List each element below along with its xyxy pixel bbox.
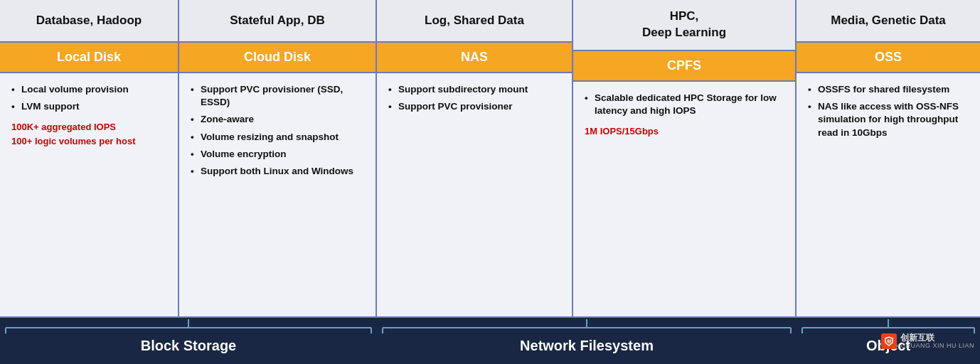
feature-item: Zone-aware (191, 113, 364, 126)
col-cpfs: HPC, Deep Learning CPFS Scalable dedicat… (573, 0, 797, 318)
bracket-row (0, 318, 980, 335)
feature-list-local-disk: Local volume provision LVM support (11, 83, 166, 113)
category-network-filesystem: Network Filesystem (377, 338, 797, 354)
category-object: Object 创 创新互联 CHUANG XIN HU LIAN (797, 338, 980, 354)
product-oss: OSS (797, 43, 980, 73)
svg-text:创: 创 (886, 338, 891, 343)
feature-list-nas: Support subdirectory mount Support PVC p… (388, 83, 560, 113)
col-nas: Log, Shared Data NAS Support subdirector… (377, 0, 573, 318)
header-log-shared: Log, Shared Data (377, 0, 572, 43)
feature-item: LVM support (11, 100, 166, 113)
features-cpfs: Scalable dedicated HPC Storage for low l… (573, 82, 795, 318)
header-hpc: HPC, Deep Learning (573, 0, 795, 51)
top-content: Database, Hadoop Local Disk Local volume… (0, 0, 980, 318)
watermark: 创 创新互联 CHUANG XIN HU LIAN (881, 333, 974, 350)
stat-cpfs: 1M IOPS/15Gbps (585, 124, 784, 139)
feature-list-cloud-disk: Support PVC provisioner (SSD, ESSD) Zone… (191, 83, 364, 178)
bottom-categories-area: Block Storage Network Filesystem Object … (0, 318, 980, 364)
stat-local-disk: 100K+ aggregated IOPS100+ logic volumes … (11, 120, 166, 148)
watermark-icon: 创 (881, 333, 897, 349)
header-database-hadoop: Database, Hadoop (0, 0, 178, 43)
header-media-genetic: Media, Genetic Data (797, 0, 980, 43)
bracket-network-filesystem (377, 318, 797, 335)
features-oss: OSSFS for shared filesystem NAS like acc… (797, 73, 980, 318)
col-local-disk: Database, Hadoop Local Disk Local volume… (0, 0, 179, 318)
feature-item: Support PVC provisioner (SSD, ESSD) (191, 83, 364, 109)
category-block-storage: Block Storage (0, 338, 377, 354)
features-local-disk: Local volume provision LVM support 100K+… (0, 73, 178, 318)
feature-item: Volume encryption (191, 148, 364, 161)
bracket-object (797, 318, 980, 335)
col-cloud-disk: Stateful App, DB Cloud Disk Support PVC … (179, 0, 377, 318)
product-cloud-disk: Cloud Disk (179, 43, 376, 73)
page-wrapper: Database, Hadoop Local Disk Local volume… (0, 0, 980, 364)
category-labels-row: Block Storage Network Filesystem Object … (0, 335, 980, 364)
bracket-block-storage (0, 318, 377, 335)
features-nas: Support subdirectory mount Support PVC p… (377, 73, 572, 318)
features-cloud-disk: Support PVC provisioner (SSD, ESSD) Zone… (179, 73, 376, 318)
header-stateful-app: Stateful App, DB (179, 0, 376, 43)
product-nas: NAS (377, 43, 572, 73)
feature-item: Volume resizing and snapshot (191, 131, 364, 144)
feature-item: Scalable dedicated HPC Storage for low l… (585, 92, 784, 117)
feature-item: Support both Linux and Windows (191, 165, 364, 178)
feature-list-cpfs: Scalable dedicated HPC Storage for low l… (585, 92, 784, 117)
feature-item: Support subdirectory mount (388, 83, 560, 96)
feature-item: OSSFS for shared filesystem (808, 83, 969, 96)
col-oss: Media, Genetic Data OSS OSSFS for shared… (797, 0, 980, 318)
feature-list-oss: OSSFS for shared filesystem NAS like acc… (808, 83, 969, 139)
product-local-disk: Local Disk (0, 43, 178, 73)
feature-item: NAS like access with OSS-NFS simulation … (808, 100, 969, 139)
watermark-text-block: 创新互联 CHUANG XIN HU LIAN (900, 333, 974, 350)
feature-item: Local volume provision (11, 83, 166, 96)
product-cpfs: CPFS (573, 51, 795, 82)
feature-item: Support PVC provisioner (388, 100, 560, 113)
